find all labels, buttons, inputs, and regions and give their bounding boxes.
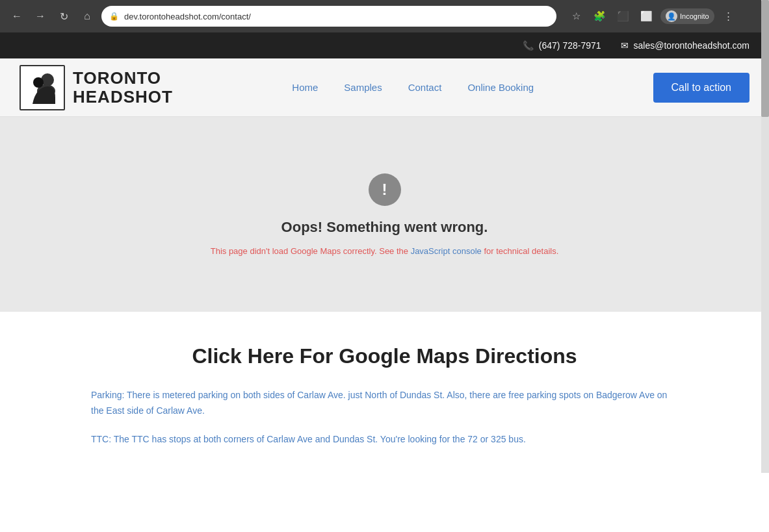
phone-number: (647) 728-7971 [539,40,601,51]
cast-icon: ⬛ [617,10,629,22]
logo-line2: HEADSHOT [73,88,173,107]
nav-samples[interactable]: Samples [344,82,382,93]
back-icon: ← [12,10,22,22]
home-button[interactable]: ⌂ [78,7,96,25]
scrollbar-track[interactable] [761,0,769,473]
extensions-button[interactable]: 🧩 [590,7,608,25]
address-bar[interactable]: 🔒 dev.torontoheadshot.com/contact/ [101,6,556,27]
nav-home[interactable]: Home [292,82,318,93]
error-title: Oops! Something went wrong. [281,219,488,236]
incognito-label: Incognito [680,12,709,20]
error-subtitle-after: for technical details. [482,246,559,256]
forward-icon: → [35,10,46,22]
back-button[interactable]: ← [8,7,26,25]
logo-area: TORONTO HEADSHOT [20,65,173,110]
phone-contact: 📞 (647) 728-7971 [523,40,601,51]
nav-contact[interactable]: Contact [408,82,442,93]
phone-icon: 📞 [523,40,534,51]
extensions-icon: 🧩 [593,10,606,22]
exclamation-icon: ! [382,181,387,199]
javascript-console-link[interactable]: JavaScript console [411,246,482,256]
nav-online-booking[interactable]: Online Booking [467,82,534,93]
logo-icon [20,65,65,110]
tablet-button[interactable]: ⬜ [637,7,655,25]
tablet-icon: ⬜ [640,10,653,22]
more-menu-button[interactable]: ⋮ [720,7,738,25]
scrollbar-thumb[interactable] [761,0,769,117]
main-nav: Home Samples Contact Online Booking [173,82,653,93]
email-address: sales@torontoheadshot.com [634,40,749,51]
reload-icon: ↻ [60,10,68,23]
star-button[interactable]: ☆ [567,7,585,25]
reload-button[interactable]: ↻ [55,7,73,25]
logo-text: TORONTO HEADSHOT [73,69,173,106]
cta-button[interactable]: Call to action [653,73,750,103]
svg-point-3 [33,77,44,88]
browser-chrome: ← → ↻ ⌂ 🔒 dev.torontoheadshot.com/contac… [0,0,769,32]
main-header: TORONTO HEADSHOT Home Samples Contact On… [0,58,769,117]
lock-icon: 🔒 [109,12,119,21]
content-section: Click Here For Google Maps Directions Pa… [0,312,769,473]
email-icon: ✉ [621,40,629,51]
ttc-text: TTC: The TTC has stops at both corners o… [91,432,678,448]
more-menu-icon: ⋮ [723,10,733,22]
map-error-section: ! Oops! Something went wrong. This page … [0,117,769,312]
incognito-avatar-icon: 👤 [666,10,677,22]
star-icon: ☆ [572,10,580,22]
directions-heading[interactable]: Click Here For Google Maps Directions [91,344,678,368]
logo-svg [23,68,62,107]
forward-button[interactable]: → [31,7,49,25]
url-text: dev.torontoheadshot.com/contact/ [124,12,549,21]
error-subtitle-text: This page didn't load Google Maps correc… [211,246,411,256]
incognito-badge: 👤 Incognito [660,8,714,24]
browser-right-controls: ☆ 🧩 ⬛ ⬜ 👤 Incognito ⋮ [567,7,738,25]
home-icon: ⌂ [84,10,90,22]
logo-line1: TORONTO [73,69,173,88]
error-subtitle: This page didn't load Google Maps correc… [211,246,559,256]
parking-text: Parking: There is metered parking on bot… [91,388,678,419]
error-icon-circle: ! [369,173,401,206]
cast-button[interactable]: ⬛ [614,7,632,25]
top-contact-bar: 📞 (647) 728-7971 ✉ sales@torontoheadshot… [0,32,769,58]
email-contact: ✉ sales@torontoheadshot.com [621,40,749,51]
